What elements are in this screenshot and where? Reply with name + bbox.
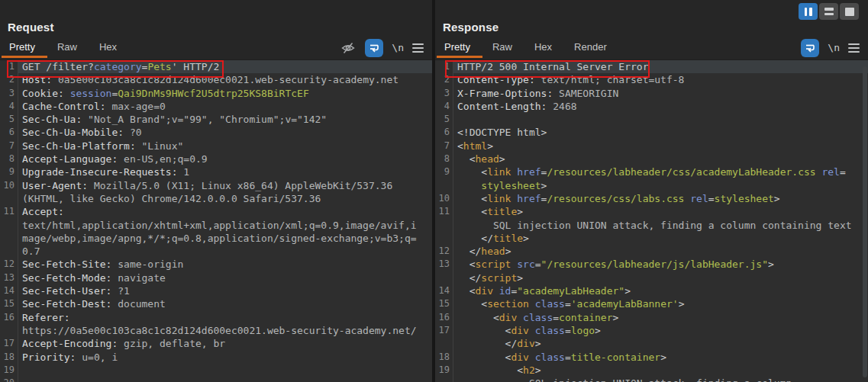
editor-line[interactable]: 10User-Agent: Mozilla/5.0 (X11; Linux x8… bbox=[0, 179, 432, 192]
editor-line[interactable]: stylesheet> bbox=[435, 179, 868, 192]
line-number: 10 bbox=[0, 179, 18, 192]
editor-line[interactable]: https://0a5e00c103ca8c1c82d124d600ec0021… bbox=[0, 324, 432, 337]
line-number: 14 bbox=[435, 284, 453, 297]
editor-line[interactable]: 18 <div class=title-container> bbox=[435, 351, 868, 364]
tab-response-render[interactable]: Render bbox=[574, 41, 607, 53]
editor-line[interactable]: 10 <link href=/resources/css/labs.css re… bbox=[435, 192, 868, 205]
soft-wrap-toggle-button[interactable] bbox=[365, 39, 383, 57]
line-number: 13 bbox=[0, 271, 18, 284]
line-number: 3 bbox=[0, 87, 18, 100]
eye-slash-icon[interactable] bbox=[340, 40, 357, 56]
editor-line[interactable]: 6<!DOCTYPE html> bbox=[435, 126, 868, 139]
line-number: 11 bbox=[0, 205, 18, 218]
editor-line[interactable]: 15 <section class='academyLabBanner'> bbox=[435, 297, 868, 310]
editor-line[interactable]: SQL injection UNION attack, finding a co… bbox=[435, 377, 868, 382]
editor-line[interactable]: 15Sec-Fetch-Dest: document bbox=[0, 297, 432, 310]
editor-line[interactable]: SQL injection UNION attack, finding a co… bbox=[435, 219, 868, 232]
tab-request-pretty[interactable]: Pretty bbox=[9, 41, 35, 53]
editor-menu-icon[interactable] bbox=[412, 43, 424, 53]
line-number: 4 bbox=[435, 100, 453, 113]
request-editor[interactable]: 1GET /filter?category=Pets' HTTP/22Host:… bbox=[0, 59, 432, 382]
editor-line[interactable]: 16 <div class=container> bbox=[435, 311, 868, 324]
line-number: 1 bbox=[435, 60, 453, 73]
editor-line[interactable]: 5 bbox=[435, 113, 868, 126]
line-number: 5 bbox=[435, 113, 453, 126]
tab-response-raw[interactable]: Raw bbox=[492, 41, 512, 53]
editor-line[interactable]: 2Host: 0a5e00c103ca8c1c82d124d600ec0021.… bbox=[0, 73, 432, 86]
editor-line[interactable]: 0.7 bbox=[0, 245, 432, 258]
editor-line[interactable]: 17 <div class=logo> bbox=[435, 324, 868, 337]
line-number bbox=[0, 245, 18, 258]
editor-line[interactable]: 4Content-Length: 2468 bbox=[435, 100, 868, 113]
editor-line[interactable]: 8 <head> bbox=[435, 152, 868, 165]
editor-line[interactable]: text/html,application/xhtml+xml,applicat… bbox=[0, 219, 432, 232]
editor-line[interactable]: 8Accept-Language: en-US,en;q=0.9 bbox=[0, 152, 432, 165]
editor-line[interactable]: 12 </head> bbox=[435, 245, 868, 258]
editor-line[interactable]: 2Content-Type: text/html; charset=utf-8 bbox=[435, 73, 868, 86]
editor-line[interactable]: 14 <div id="academyLabHeader"> bbox=[435, 284, 868, 297]
editor-line[interactable]: 3X-Frame-Options: SAMEORIGIN bbox=[435, 87, 868, 100]
editor-line[interactable]: 14Sec-Fetch-User: ?1 bbox=[0, 284, 432, 297]
request-editor-lines: 1GET /filter?category=Pets' HTTP/22Host:… bbox=[0, 60, 432, 382]
editor-line[interactable]: 18Priority: u=0, i bbox=[0, 351, 432, 364]
soft-wrap-icon bbox=[369, 43, 379, 53]
editor-line[interactable]: 16Referer: bbox=[0, 311, 432, 324]
editor-line[interactable]: 20 bbox=[0, 377, 432, 382]
editor-line[interactable]: mage/webp,image/apng,*/*;q=0.8,applicati… bbox=[0, 232, 432, 245]
line-number: 8 bbox=[0, 152, 18, 165]
line-number: 19 bbox=[435, 364, 453, 377]
columns-view-icon bbox=[805, 8, 808, 16]
response-panel: Response Pretty Raw Hex Render \n 1HTTP/… bbox=[435, 0, 868, 382]
editor-line[interactable]: 7<html> bbox=[435, 140, 868, 152]
request-panel-title: Request bbox=[8, 21, 54, 34]
editor-line[interactable]: 6Sec-Ch-Ua-Mobile: ?0 bbox=[0, 126, 432, 139]
editor-line[interactable]: 13Sec-Fetch-Mode: navigate bbox=[0, 271, 432, 284]
editor-line[interactable]: 7Sec-Ch-Ua-Platform: "Linux" bbox=[0, 140, 432, 152]
editor-line[interactable]: 3Cookie: session=Qai9DnMs9HWcf2U5dtrp25K… bbox=[0, 87, 432, 100]
editor-line[interactable]: </title> bbox=[435, 232, 868, 245]
line-number: 16 bbox=[435, 311, 453, 324]
line-number bbox=[435, 377, 453, 382]
editor-line[interactable]: 5Sec-Ch-Ua: "Not_A Brand";v="99", "Chrom… bbox=[0, 113, 432, 126]
editor-line[interactable]: </div> bbox=[435, 337, 868, 350]
line-number bbox=[435, 337, 453, 350]
editor-line[interactable]: 1GET /filter?category=Pets' HTTP/2 bbox=[0, 60, 432, 73]
soft-wrap-toggle-button[interactable] bbox=[801, 39, 819, 57]
editor-line[interactable]: 17Accept-Encoding: gzip, deflate, br bbox=[0, 337, 432, 350]
single-view-button[interactable] bbox=[840, 3, 859, 20]
line-number: 17 bbox=[435, 324, 453, 337]
newline-toggle[interactable]: \n bbox=[392, 42, 404, 53]
tab-response-hex[interactable]: Hex bbox=[534, 41, 552, 53]
editor-line[interactable]: 4Cache-Control: max-age=0 bbox=[0, 100, 432, 113]
response-active-tab-underline bbox=[437, 56, 482, 58]
rows-view-button[interactable] bbox=[819, 3, 838, 20]
tab-request-hex[interactable]: Hex bbox=[99, 41, 117, 53]
editor-line[interactable]: 1HTTP/2 500 Internal Server Error bbox=[435, 60, 868, 73]
editor-menu-icon[interactable] bbox=[848, 43, 860, 53]
response-scrollbar[interactable] bbox=[863, 66, 867, 377]
editor-line[interactable]: 13 <script src="/resources/labheader/js/… bbox=[435, 258, 868, 271]
editor-line[interactable]: (KHTML, like Gecko) Chrome/142.0.0.0 Saf… bbox=[0, 192, 432, 205]
editor-line[interactable]: 9 <link href=/resources/labheader/css/ac… bbox=[435, 165, 868, 178]
tab-response-pretty[interactable]: Pretty bbox=[444, 41, 470, 53]
columns-view-button[interactable] bbox=[799, 3, 818, 20]
request-active-tab-underline bbox=[2, 56, 47, 58]
newline-toggle[interactable]: \n bbox=[828, 42, 840, 53]
editor-line[interactable]: 11Accept: bbox=[0, 205, 432, 218]
editor-line[interactable]: </script> bbox=[435, 271, 868, 284]
line-number: 16 bbox=[0, 311, 18, 324]
line-number: 11 bbox=[435, 205, 453, 218]
editor-line[interactable]: 19 <h2> bbox=[435, 364, 868, 377]
response-editor[interactable]: 1HTTP/2 500 Internal Server Error2Conten… bbox=[435, 59, 868, 382]
editor-line[interactable]: 11 <title> bbox=[435, 205, 868, 218]
tab-request-raw[interactable]: Raw bbox=[57, 41, 77, 53]
response-toolbar: \n bbox=[801, 37, 860, 58]
line-number: 9 bbox=[0, 165, 18, 178]
rows-view-icon bbox=[824, 8, 834, 15]
line-number bbox=[435, 271, 453, 284]
editor-line[interactable]: 19 bbox=[0, 364, 432, 377]
editor-line[interactable]: 12Sec-Fetch-Site: same-origin bbox=[0, 258, 432, 271]
line-number: 3 bbox=[435, 87, 453, 100]
response-tabs: Pretty Raw Hex Render bbox=[444, 41, 607, 53]
editor-line[interactable]: 9Upgrade-Insecure-Requests: 1 bbox=[0, 165, 432, 178]
